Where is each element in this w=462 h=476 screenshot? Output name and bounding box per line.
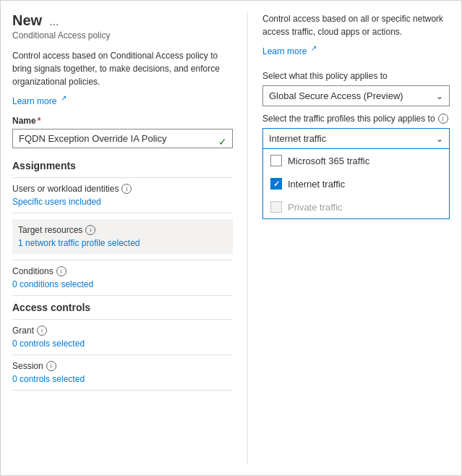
option-internet[interactable]: Internet traffic bbox=[263, 172, 449, 195]
assignments-divider bbox=[12, 177, 233, 178]
right-learn-more-link[interactable]: Learn more ↗ bbox=[262, 44, 317, 56]
grant-info-icon[interactable]: i bbox=[37, 326, 47, 336]
right-external-link-icon: ↗ bbox=[311, 44, 317, 52]
private-checkbox bbox=[270, 201, 282, 213]
microsoft365-label: Microsoft 365 traffic bbox=[288, 156, 369, 166]
internet-label: Internet traffic bbox=[288, 179, 345, 190]
users-value[interactable]: Specific users included bbox=[12, 197, 233, 207]
users-info-icon[interactable]: i bbox=[121, 184, 132, 194]
grant-value[interactable]: 0 controls selected bbox=[12, 339, 233, 349]
traffic-profiles-options: Microsoft 365 traffic Internet traffic P… bbox=[262, 149, 450, 219]
conditions-divider bbox=[12, 295, 233, 296]
vertical-divider bbox=[247, 12, 248, 464]
required-star: * bbox=[38, 116, 41, 126]
traffic-profiles-info-icon[interactable]: i bbox=[438, 114, 448, 124]
traffic-profiles-dropdown[interactable]: Internet traffic ⌄ bbox=[262, 128, 450, 149]
access-controls-header: Access controls bbox=[12, 302, 233, 313]
users-label: Users or workload identities bbox=[12, 184, 119, 194]
right-description: Control access based on all or specific … bbox=[262, 12, 450, 38]
conditions-value[interactable]: 0 conditions selected bbox=[12, 279, 233, 289]
page-title: New bbox=[12, 12, 42, 29]
target-divider bbox=[12, 260, 233, 260]
grant-section: Grant i 0 controls selected bbox=[12, 326, 233, 349]
policy-applies-value: Global Secure Access (Preview) bbox=[269, 90, 403, 101]
users-divider bbox=[12, 213, 233, 213]
main-content: New ... Conditional Access policy Contro… bbox=[1, 1, 461, 475]
grant-label: Grant bbox=[12, 326, 34, 336]
session-value[interactable]: 0 controls selected bbox=[12, 374, 233, 384]
conditions-label: Conditions bbox=[12, 266, 54, 276]
name-label: Name* bbox=[12, 116, 40, 126]
left-learn-more-link[interactable]: Learn more ↗ bbox=[12, 96, 67, 106]
right-panel: Control access based on all or specific … bbox=[262, 12, 450, 464]
session-section: Session i 0 controls selected bbox=[12, 361, 233, 384]
option-private: Private traffic bbox=[263, 195, 449, 218]
target-resources-label: Target resources bbox=[18, 225, 82, 235]
left-panel: New ... Conditional Access policy Contro… bbox=[12, 12, 233, 464]
left-description: Control access based on Conditional Acce… bbox=[12, 49, 233, 88]
microsoft365-checkbox[interactable] bbox=[270, 155, 282, 166]
conditions-info-icon[interactable]: i bbox=[56, 266, 67, 276]
users-section: Users or workload identities i Specific … bbox=[12, 184, 233, 207]
check-icon: ✓ bbox=[218, 136, 227, 148]
access-controls-divider bbox=[12, 319, 233, 320]
session-divider bbox=[12, 390, 233, 391]
target-resources-section: Target resources i 1 network traffic pro… bbox=[12, 219, 233, 254]
policy-applies-dropdown[interactable]: Global Secure Access (Preview) ⌄ bbox=[262, 85, 450, 106]
name-input-wrapper: ✓ bbox=[12, 126, 233, 157]
internet-checkbox[interactable] bbox=[270, 178, 282, 190]
conditions-section: Conditions i 0 conditions selected bbox=[12, 266, 233, 289]
private-label: Private traffic bbox=[288, 202, 343, 213]
name-input[interactable] bbox=[12, 129, 233, 148]
target-resources-value[interactable]: 1 network traffic profile selected bbox=[18, 238, 227, 248]
ellipsis-menu[interactable]: ... bbox=[49, 15, 59, 28]
external-link-icon: ↗ bbox=[61, 94, 67, 102]
session-info-icon[interactable]: i bbox=[46, 361, 56, 371]
target-resources-info-icon[interactable]: i bbox=[85, 225, 95, 235]
traffic-profiles-chevron: ⌄ bbox=[436, 134, 443, 144]
policy-applies-chevron: ⌄ bbox=[436, 91, 443, 101]
traffic-profiles-label: Select the traffic profiles this policy … bbox=[262, 114, 450, 124]
policy-applies-label: Select what this policy applies to bbox=[262, 71, 450, 81]
page-subtitle: Conditional Access policy bbox=[12, 30, 233, 41]
assignments-header: Assignments bbox=[12, 160, 233, 171]
page-container: New ... Conditional Access policy Contro… bbox=[0, 0, 462, 476]
grant-divider bbox=[12, 354, 233, 355]
option-microsoft365[interactable]: Microsoft 365 traffic bbox=[263, 149, 449, 172]
traffic-profiles-value: Internet traffic bbox=[269, 133, 326, 144]
session-label: Session bbox=[12, 361, 43, 371]
